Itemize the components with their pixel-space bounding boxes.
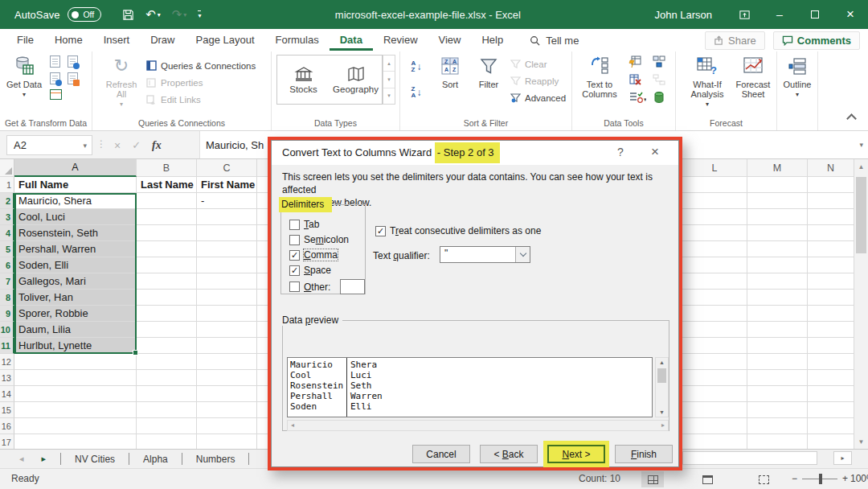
cell-d12[interactable] [257, 354, 268, 370]
from-text-csv-icon[interactable] [50, 55, 60, 68]
forecast-sheet-button[interactable]: Forecast Sheet [732, 54, 774, 99]
zoom-level[interactable]: 100% [850, 473, 868, 484]
cell-a13[interactable] [14, 370, 137, 386]
cell-b6[interactable] [137, 257, 197, 273]
collapse-ribbon-button[interactable] [846, 113, 857, 124]
preview-scroll-thumb[interactable] [657, 368, 666, 383]
cell-b15[interactable] [137, 402, 197, 418]
cell-d6[interactable] [257, 257, 268, 273]
scroll-right-button[interactable]: ▸ [833, 451, 852, 465]
cell-b2[interactable] [137, 193, 197, 209]
cell-b7[interactable] [137, 273, 197, 290]
row-header-3[interactable]: 3 [0, 209, 14, 225]
data-validation-icon[interactable]: ▾ [628, 91, 648, 104]
tab-data[interactable]: Data [330, 30, 373, 51]
delimiter-other-checkbox[interactable]: Other: [289, 279, 365, 294]
name-box[interactable]: A2 ▾ [6, 135, 92, 155]
manage-data-model-icon[interactable] [653, 91, 665, 104]
cell-d2[interactable] [257, 193, 268, 209]
cell-a9[interactable]: Sporer, Robbie [14, 306, 137, 322]
delimiter-semicolon-checkbox[interactable]: Semicolon [289, 234, 349, 245]
checkbox-comma-checked[interactable]: ✓ [289, 250, 300, 261]
gallery-scroll-up-button[interactable]: ▴ [383, 55, 395, 72]
horizontal-scroll-thumb[interactable] [682, 451, 817, 465]
zoom-slider-thumb[interactable] [819, 474, 822, 484]
cell-m12[interactable] [747, 354, 808, 370]
row-header-6[interactable]: 6 [0, 257, 14, 273]
cancel-button[interactable]: Cancel [412, 445, 470, 463]
cell-b8[interactable] [137, 290, 197, 306]
comments-button[interactable]: Comments [773, 31, 860, 50]
cell-l2[interactable] [682, 193, 747, 209]
maximize-button[interactable] [797, 0, 833, 29]
cell-l15[interactable] [682, 402, 747, 418]
cell-d4[interactable] [257, 225, 268, 241]
cell-a1[interactable]: Full Name [14, 177, 137, 193]
save-icon[interactable] [122, 9, 134, 21]
cell-n10[interactable] [808, 322, 854, 338]
vertical-scrollbar[interactable]: ▲ ▼ [854, 159, 868, 449]
column-header-a[interactable]: A [14, 159, 137, 177]
cell-c10[interactable] [197, 322, 257, 338]
cell-c13[interactable] [197, 370, 257, 386]
cell-n9[interactable] [808, 306, 854, 322]
cell-b10[interactable] [137, 322, 197, 338]
cell-c2[interactable]: - [197, 193, 257, 209]
name-box-splitter[interactable]: ⋮ [96, 138, 106, 150]
cell-c8[interactable] [197, 290, 257, 306]
row-header-7[interactable]: 7 [0, 273, 14, 290]
cell-m16[interactable] [747, 418, 808, 434]
row-header-9[interactable]: 9 [0, 306, 14, 322]
row-header-15[interactable]: 15 [0, 402, 14, 418]
cell-b17[interactable] [137, 434, 197, 449]
sheet-tab-nv-cities[interactable]: NV Cities [61, 450, 129, 468]
cell-d13[interactable] [257, 370, 268, 386]
column-header-b[interactable]: B [137, 159, 197, 177]
refresh-all-button[interactable]: ↻ Refresh All ▾ [100, 54, 142, 109]
tab-page-layout[interactable]: Page Layout [186, 30, 265, 51]
row-header-12[interactable]: 12 [0, 354, 14, 370]
cell-l16[interactable] [682, 418, 747, 434]
row-header-1[interactable]: 1 [0, 177, 14, 193]
existing-connections-icon[interactable] [68, 72, 78, 84]
cell-n16[interactable] [808, 418, 854, 434]
cell-a5[interactable]: Pershall, Warren [14, 241, 137, 257]
cell-m5[interactable] [747, 241, 808, 257]
checkbox-tab[interactable] [289, 220, 300, 230]
sort-descending-button[interactable]: ZA ↓ [406, 82, 427, 103]
preview-scroll-left-icon[interactable]: ◂ [291, 421, 294, 429]
remove-duplicates-icon[interactable] [628, 73, 641, 86]
column-header-d-sliver[interactable] [257, 159, 268, 177]
what-if-analysis-button[interactable]: ? What-If Analysis ▾ [684, 54, 731, 109]
scroll-up-button[interactable]: ▲ [854, 159, 868, 174]
share-button[interactable]: Share [705, 31, 765, 50]
properties-button[interactable]: Properties [145, 74, 256, 91]
column-header-n[interactable]: N [808, 159, 854, 177]
column-header-m[interactable]: M [747, 159, 808, 177]
text-qualifier-select[interactable]: " [440, 246, 530, 263]
cell-l12[interactable] [682, 354, 747, 370]
data-preview-list[interactable]: Mauricio Cool Rosenstein Pershall Soden … [287, 357, 653, 417]
preview-scroll-down-icon[interactable]: ▼ [656, 409, 668, 415]
cell-c6[interactable] [197, 257, 257, 273]
cell-b14[interactable] [137, 386, 197, 402]
cell-a15[interactable] [14, 402, 137, 418]
cell-l1[interactable] [682, 177, 747, 193]
finish-button[interactable]: Finish [615, 445, 673, 463]
stocks-button[interactable]: Stocks [277, 55, 330, 104]
row-header-17[interactable]: 17 [0, 434, 14, 449]
cell-d14[interactable] [257, 386, 268, 402]
cell-m8[interactable] [747, 290, 808, 306]
queries-connections-button[interactable]: Queries & Connections [145, 57, 256, 74]
tab-home[interactable]: Home [44, 30, 93, 51]
next-button-highlighted[interactable]: Next > [547, 445, 605, 463]
cell-d5[interactable] [257, 241, 268, 257]
cell-m1[interactable] [747, 177, 808, 193]
cancel-entry-icon[interactable]: × [114, 139, 121, 152]
cell-a14[interactable] [14, 386, 137, 402]
cell-l6[interactable] [682, 257, 747, 273]
cell-c12[interactable] [197, 354, 257, 370]
ribbon-display-options-button[interactable] [727, 0, 762, 29]
cell-l17[interactable] [682, 434, 747, 449]
cell-b5[interactable] [137, 241, 197, 257]
